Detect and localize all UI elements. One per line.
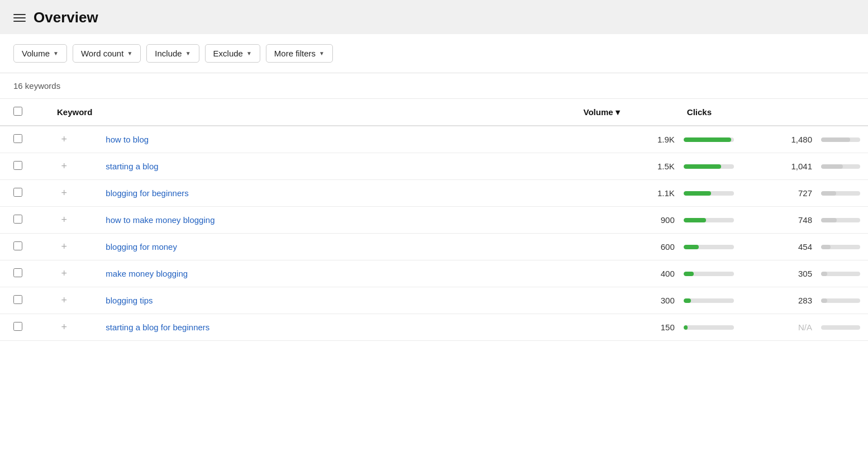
volume-bar-fill: [684, 245, 699, 249]
keyword-link[interactable]: blogging for beginners: [106, 188, 188, 198]
clicks-bar-container: [821, 298, 860, 303]
row-clicks-cell: 1,480: [767, 126, 818, 153]
keyword-link[interactable]: blogging for money: [106, 242, 177, 252]
row-checkbox-cell[interactable]: [0, 126, 29, 153]
row-checkbox[interactable]: [13, 295, 22, 304]
keyword-link[interactable]: blogging tips: [106, 296, 152, 305]
keywords-table: Keyword Volume ▾ Clicks +: [0, 99, 868, 341]
row-clicks-bar-cell: [818, 153, 868, 180]
row-volume-cell: 300: [624, 287, 680, 314]
exclude-filter-button[interactable]: Exclude ▼: [205, 44, 260, 63]
row-checkbox-cell[interactable]: [0, 234, 29, 260]
volume-filter-button[interactable]: Volume ▼: [13, 44, 67, 63]
row-checkbox-cell[interactable]: [0, 153, 29, 180]
clicks-bar-header: [767, 99, 818, 126]
volume-bar-container: [684, 272, 734, 276]
clicks-bar-fill: [821, 137, 850, 142]
clicks-bar-container: [821, 272, 860, 276]
row-add-button[interactable]: +: [29, 180, 99, 207]
row-keyword-cell: blogging tips: [99, 287, 624, 314]
row-volume-bar-cell: [680, 126, 767, 153]
volume-bar-container: [684, 325, 734, 330]
more-filters-label: More filters: [274, 49, 316, 58]
row-volume-bar-cell: [680, 180, 767, 207]
row-clicks-cell: 727: [767, 180, 818, 207]
select-all-checkbox-header[interactable]: [0, 99, 29, 126]
row-clicks-bar-cell: [818, 287, 868, 314]
row-clicks-bar-cell: [818, 180, 868, 207]
row-checkbox[interactable]: [13, 134, 22, 143]
row-add-button[interactable]: +: [29, 126, 99, 153]
row-checkbox-cell[interactable]: [0, 287, 29, 314]
row-volume-bar-cell: [680, 287, 767, 314]
volume-bar-container: [684, 298, 734, 303]
keyword-link[interactable]: starting a blog: [106, 162, 158, 171]
row-add-button[interactable]: +: [29, 153, 99, 180]
row-add-button[interactable]: +: [29, 287, 99, 314]
clicks-bar-container: [821, 218, 860, 222]
row-checkbox[interactable]: [13, 268, 22, 277]
volume-bar-container: [684, 218, 734, 222]
row-checkbox-cell[interactable]: [0, 207, 29, 234]
table-body: + how to blog 1.9K 1,480 + star: [0, 126, 868, 341]
volume-bar-container: [684, 191, 734, 196]
row-volume-cell: 150: [624, 314, 680, 341]
row-volume-cell: 400: [624, 260, 680, 287]
table-row: + blogging for money 600 454: [0, 234, 868, 260]
word-count-filter-button[interactable]: Word count ▼: [73, 44, 141, 63]
row-volume-bar-cell: [680, 153, 767, 180]
row-add-button[interactable]: +: [29, 207, 99, 234]
clicks-bar-fill: [821, 272, 827, 276]
row-keyword-cell: how to blog: [99, 126, 624, 153]
row-add-button[interactable]: +: [29, 314, 99, 341]
include-filter-label: Include: [155, 49, 182, 58]
volume-column-header[interactable]: Volume ▾: [99, 99, 624, 126]
row-checkbox[interactable]: [13, 241, 22, 250]
row-volume-bar-cell: [680, 260, 767, 287]
more-filters-chevron-icon: ▼: [319, 50, 325, 56]
table-row: + blogging tips 300 283: [0, 287, 868, 314]
row-keyword-cell: how to make money blogging: [99, 207, 624, 234]
row-checkbox-cell[interactable]: [0, 180, 29, 207]
clicks-bar-container: [821, 164, 860, 169]
menu-icon[interactable]: [13, 14, 26, 22]
row-clicks-cell: 305: [767, 260, 818, 287]
row-add-button[interactable]: +: [29, 234, 99, 260]
row-keyword-cell: make money blogging: [99, 260, 624, 287]
volume-bar-fill: [684, 137, 732, 142]
volume-bar-fill: [684, 325, 688, 330]
table-row: + starting a blog 1.5K 1,041: [0, 153, 868, 180]
select-all-checkbox[interactable]: [13, 107, 22, 116]
row-checkbox[interactable]: [13, 161, 22, 170]
row-checkbox-cell[interactable]: [0, 260, 29, 287]
row-volume-cell: 1.1K: [624, 180, 680, 207]
word-count-filter-label: Word count: [81, 49, 123, 58]
row-checkbox[interactable]: [13, 188, 22, 197]
table-header-row: Keyword Volume ▾ Clicks: [0, 99, 868, 126]
keyword-link[interactable]: starting a blog for beginners: [106, 322, 209, 332]
volume-bar-fill: [684, 164, 722, 169]
clicks-bar-fill: [821, 245, 831, 249]
clicks-bar-fill: [821, 298, 827, 303]
row-volume-bar-cell: [680, 314, 767, 341]
more-filters-button[interactable]: More filters ▼: [266, 44, 333, 63]
include-filter-button[interactable]: Include ▼: [146, 44, 199, 63]
row-checkbox[interactable]: [13, 322, 22, 331]
keyword-link[interactable]: how to blog: [106, 135, 149, 144]
filters-bar: Volume ▼ Word count ▼ Include ▼ Exclude …: [0, 34, 868, 73]
keyword-link[interactable]: make money blogging: [106, 269, 188, 278]
row-checkbox-cell[interactable]: [0, 314, 29, 341]
row-keyword-cell: blogging for money: [99, 234, 624, 260]
row-add-button[interactable]: +: [29, 260, 99, 287]
row-volume-cell: 1.5K: [624, 153, 680, 180]
row-checkbox[interactable]: [13, 215, 22, 224]
word-count-chevron-icon: ▼: [127, 50, 132, 56]
table-row: + starting a blog for beginners 150 N/A: [0, 314, 868, 341]
volume-bar-fill: [684, 298, 691, 303]
volume-bar-header: [624, 99, 680, 126]
clicks-bar-container: [821, 137, 860, 142]
row-volume-bar-cell: [680, 234, 767, 260]
table-row: + how to blog 1.9K 1,480: [0, 126, 868, 153]
keyword-link[interactable]: how to make money blogging: [106, 215, 214, 225]
volume-bar-container: [684, 245, 734, 249]
